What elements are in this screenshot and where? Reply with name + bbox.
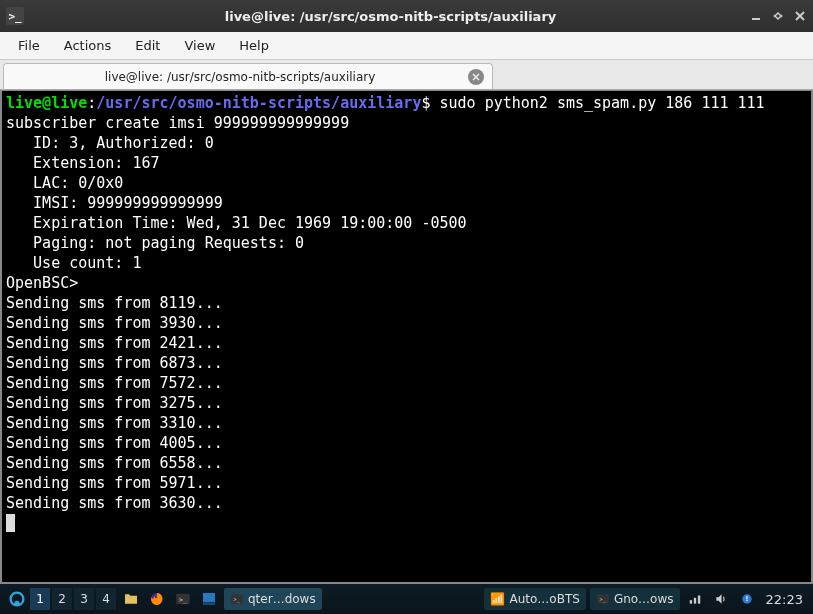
prompt-path: /usr/src/osmo-nitb-scripts/auxiliary [96, 94, 421, 112]
menu-actions[interactable]: Actions [54, 34, 122, 57]
output-line: Sending sms from 4005... [6, 434, 223, 452]
taskbar-item-gnome[interactable]: >_ Gno…ows [590, 588, 680, 610]
tab-bar: live@live: /usr/src/osmo-nitb-scripts/au… [0, 60, 813, 90]
output-line: Extension: 167 [6, 154, 160, 172]
terminal-app-icon: >_ [6, 7, 24, 25]
svg-text:!: ! [745, 595, 748, 603]
show-desktop-icon[interactable] [198, 588, 220, 610]
taskbar-item-label: Gno…ows [614, 592, 674, 606]
menu-help[interactable]: Help [229, 34, 279, 57]
close-button[interactable] [793, 9, 807, 23]
tab-close-icon[interactable] [468, 69, 484, 85]
output-line: Sending sms from 6873... [6, 354, 223, 372]
svg-text:>_: >_ [179, 596, 187, 604]
workspace-4[interactable]: 4 [96, 588, 116, 610]
prompt-sep: : [87, 94, 96, 112]
svg-text:>_: >_ [234, 596, 241, 603]
menu-file[interactable]: File [8, 34, 50, 57]
output-line: Sending sms from 5971... [6, 474, 223, 492]
window-titlebar: >_ live@live: /usr/src/osmo-nitb-scripts… [0, 0, 813, 32]
output-line: OpenBSC> [6, 274, 78, 292]
taskbar-item-label: qter…dows [248, 592, 316, 606]
svg-rect-9 [203, 603, 215, 605]
menu-bar: File Actions Edit View Help [0, 32, 813, 60]
firefox-icon[interactable] [146, 588, 168, 610]
svg-rect-14 [689, 600, 691, 604]
minimize-button[interactable] [749, 9, 763, 23]
output-line: subscriber create imsi 999999999999999 [6, 114, 349, 132]
entered-command: sudo python2 sms_spam.py 186 111 111 [439, 94, 764, 112]
taskbar-clock[interactable]: 22:23 [760, 592, 809, 607]
window-controls [749, 9, 807, 23]
taskbar-item-qterminal[interactable]: >_ qter…dows [224, 588, 322, 610]
window-title: live@live: /usr/src/osmo-nitb-scripts/au… [32, 9, 749, 24]
wireless-icon: 📶 [490, 592, 505, 606]
output-line: Sending sms from 6558... [6, 454, 223, 472]
notifications-tray-icon[interactable]: ! [736, 588, 758, 610]
output-line: Sending sms from 2421... [6, 334, 223, 352]
maximize-button[interactable] [771, 9, 785, 23]
terminal-launcher-icon[interactable]: >_ [172, 588, 194, 610]
output-line: Use count: 1 [6, 254, 141, 272]
workspace-3[interactable]: 3 [74, 588, 94, 610]
output-line: Expiration Time: Wed, 31 Dec 1969 19:00:… [6, 214, 467, 232]
workspace-1[interactable]: 1 [30, 588, 50, 610]
output-line: Sending sms from 3930... [6, 314, 223, 332]
prompt-user: live@live [6, 94, 87, 112]
output-line: Sending sms from 3630... [6, 494, 223, 512]
desktop-taskbar: 1 2 3 4 >_ >_ qter…dows 📶 Auto…oBTS >_ G… [0, 584, 813, 614]
output-line: IMSI: 999999999999999 [6, 194, 223, 212]
terminal-output[interactable]: live@live:/usr/src/osmo-nitb-scripts/aux… [0, 90, 813, 584]
output-line: LAC: 0/0x0 [6, 174, 123, 192]
svg-rect-15 [693, 598, 695, 604]
menu-edit[interactable]: Edit [125, 34, 170, 57]
output-line: Sending sms from 3310... [6, 414, 223, 432]
terminal-task-icon: >_ [230, 592, 244, 606]
terminal-cursor [6, 514, 15, 532]
terminal-task-icon: >_ [596, 592, 610, 606]
workspace-2[interactable]: 2 [52, 588, 72, 610]
svg-text:>_: >_ [599, 596, 606, 603]
svg-rect-8 [203, 593, 215, 602]
terminal-tab[interactable]: live@live: /usr/src/osmo-nitb-scripts/au… [3, 63, 493, 89]
prompt-dollar: $ [421, 94, 430, 112]
output-line: Sending sms from 8119... [6, 294, 223, 312]
network-tray-icon[interactable] [684, 588, 706, 610]
volume-tray-icon[interactable] [710, 588, 732, 610]
output-line: Paging: not paging Requests: 0 [6, 234, 304, 252]
tab-label: live@live: /usr/src/osmo-nitb-scripts/au… [20, 70, 460, 84]
taskbar-item-label: Auto…oBTS [509, 592, 579, 606]
svg-rect-16 [697, 596, 699, 604]
start-menu-button[interactable] [6, 588, 28, 610]
workspace-switcher: 1 2 3 4 [30, 588, 118, 610]
output-line: Sending sms from 7572... [6, 374, 223, 392]
file-manager-icon[interactable] [120, 588, 142, 610]
output-line: ID: 3, Authorized: 0 [6, 134, 214, 152]
output-line: Sending sms from 3275... [6, 394, 223, 412]
menu-view[interactable]: View [174, 34, 225, 57]
taskbar-item-autobts[interactable]: 📶 Auto…oBTS [484, 588, 585, 610]
